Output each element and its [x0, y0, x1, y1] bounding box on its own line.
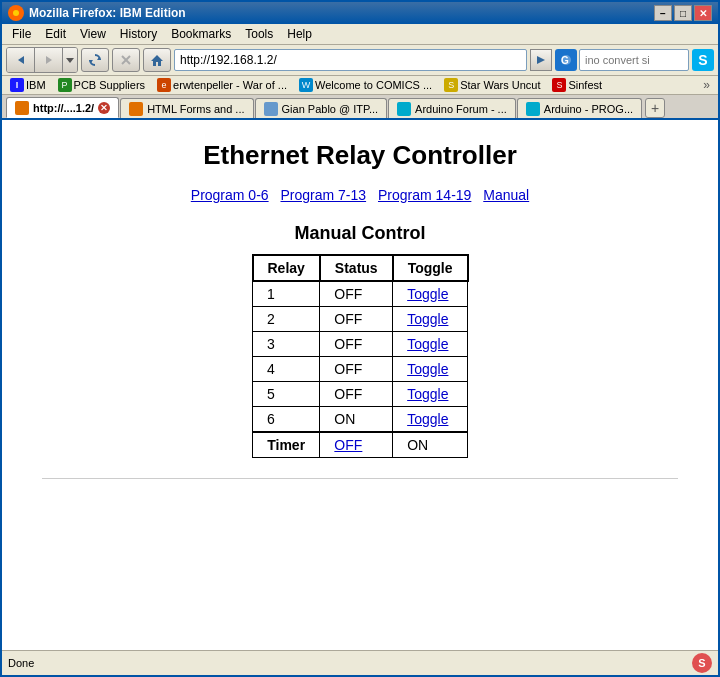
nav-program-7-13[interactable]: Program 7-13 [281, 187, 367, 203]
tab-html-forms-favicon [129, 102, 143, 116]
svg-point-1 [13, 10, 19, 16]
bookmark-starwars-label: Star Wars Uncut [460, 79, 540, 91]
relay-1-toggle-link[interactable]: Toggle [407, 286, 448, 302]
svg-marker-3 [46, 56, 52, 64]
bookmark-pcb-label: PCB Suppliers [74, 79, 146, 91]
svg-marker-2 [18, 56, 24, 64]
menu-view[interactable]: View [74, 25, 112, 43]
svg-text:G: G [561, 55, 569, 66]
relay-table: Relay Status Toggle 1 OFF Toggle 2 OFF T… [252, 254, 469, 458]
nav-links: Program 0-6 Program 7-13 Program 14-19 M… [42, 187, 678, 203]
relay-1-toggle-cell: Toggle [393, 281, 468, 307]
menu-bar: File Edit View History Bookmarks Tools H… [2, 24, 718, 45]
page-content: Ethernet Relay Controller Program 0-6 Pr… [2, 120, 718, 650]
tab-html-forms-label: HTML Forms and ... [147, 103, 244, 115]
relay-4-toggle-link[interactable]: Toggle [407, 361, 448, 377]
svg-marker-4 [66, 58, 74, 63]
bookmark-pcb[interactable]: P PCB Suppliers [54, 77, 150, 93]
relay-5-toggle-link[interactable]: Toggle [407, 386, 448, 402]
status-icon: S [692, 653, 712, 673]
bookmark-comics[interactable]: W Welcome to COMICS ... [295, 77, 436, 93]
tab-gian-pablo[interactable]: Gian Pablo @ ITP... [255, 98, 388, 118]
bookmarks-overflow-button[interactable]: » [699, 77, 714, 93]
bookmark-erwtenpeller-label: erwtenpeller - War of ... [173, 79, 287, 91]
page-title: Ethernet Relay Controller [42, 140, 678, 171]
title-bar: Mozilla Firefox: IBM Edition − □ ✕ [2, 2, 718, 24]
tab-arduino-prog[interactable]: Arduino - PROG... [517, 98, 642, 118]
relay-2-toggle-cell: Toggle [393, 307, 468, 332]
relay-4-toggle-cell: Toggle [393, 357, 468, 382]
tab-arduino-prog-favicon [526, 102, 540, 116]
relay-5-status: OFF [320, 382, 393, 407]
search-input[interactable] [579, 49, 689, 71]
go-button[interactable] [530, 49, 552, 71]
relay-6-number: 6 [253, 407, 320, 433]
svg-marker-10 [537, 56, 545, 64]
tab-current-close[interactable]: ✕ [98, 102, 110, 114]
tab-html-forms[interactable]: HTML Forms and ... [120, 98, 253, 118]
page-divider [42, 478, 678, 479]
menu-help[interactable]: Help [281, 25, 318, 43]
bookmark-pcb-icon: P [58, 78, 72, 92]
relay-4-status: OFF [320, 357, 393, 382]
menu-file[interactable]: File [6, 25, 37, 43]
relay-2-toggle-link[interactable]: Toggle [407, 311, 448, 327]
tab-arduino-forum[interactable]: Arduino Forum - ... [388, 98, 516, 118]
bookmark-starwars[interactable]: S Star Wars Uncut [440, 77, 544, 93]
nav-program-14-19[interactable]: Program 14-19 [378, 187, 471, 203]
menu-bookmarks[interactable]: Bookmarks [165, 25, 237, 43]
skype-icon[interactable]: S [692, 49, 714, 71]
title-bar-left: Mozilla Firefox: IBM Edition [8, 5, 186, 21]
col-status: Status [320, 255, 393, 281]
bookmark-starwars-icon: S [444, 78, 458, 92]
back-button[interactable] [7, 48, 35, 72]
menu-tools[interactable]: Tools [239, 25, 279, 43]
nav-manual[interactable]: Manual [483, 187, 529, 203]
url-input[interactable] [174, 49, 527, 71]
navigation-toolbar: G S [2, 45, 718, 76]
relay-6-toggle-link[interactable]: Toggle [407, 411, 448, 427]
table-row: 6 ON Toggle [253, 407, 468, 433]
relay-1-status: OFF [320, 281, 393, 307]
reload-button[interactable] [81, 48, 109, 72]
maximize-button[interactable]: □ [674, 5, 692, 21]
timer-row: Timer OFF ON [253, 432, 468, 458]
bookmark-erwtenpeller-icon: e [157, 78, 171, 92]
bookmark-ibm[interactable]: I IBM [6, 77, 50, 93]
table-row: 3 OFF Toggle [253, 332, 468, 357]
url-bar [174, 49, 552, 71]
table-row: 4 OFF Toggle [253, 357, 468, 382]
relay-3-toggle-cell: Toggle [393, 332, 468, 357]
bookmark-erwtenpeller[interactable]: e erwtenpeller - War of ... [153, 77, 291, 93]
bookmark-sinfest[interactable]: S Sinfest [548, 77, 606, 93]
bookmark-sinfest-label: Sinfest [568, 79, 602, 91]
tab-gian-pablo-favicon [264, 102, 278, 116]
tab-gian-pablo-label: Gian Pablo @ ITP... [282, 103, 379, 115]
stop-button[interactable] [112, 48, 140, 72]
browser-window: Mozilla Firefox: IBM Edition − □ ✕ File … [0, 0, 720, 677]
nav-program-0-6[interactable]: Program 0-6 [191, 187, 269, 203]
new-tab-button[interactable]: + [645, 98, 665, 118]
menu-history[interactable]: History [114, 25, 163, 43]
tabs-bar: http://....1.2/ ✕ HTML Forms and ... Gia… [2, 95, 718, 120]
tab-arduino-forum-favicon [397, 102, 411, 116]
bookmarks-bar: I IBM P PCB Suppliers e erwtenpeller - W… [2, 76, 718, 95]
forward-button[interactable] [35, 48, 63, 72]
menu-edit[interactable]: Edit [39, 25, 72, 43]
relay-5-number: 5 [253, 382, 320, 407]
relay-6-status: ON [320, 407, 393, 433]
tab-current[interactable]: http://....1.2/ ✕ [6, 97, 119, 118]
col-toggle: Toggle [393, 255, 468, 281]
window-title: Mozilla Firefox: IBM Edition [29, 6, 186, 20]
timer-off-link[interactable]: OFF [334, 437, 362, 453]
relay-3-status: OFF [320, 332, 393, 357]
relay-3-toggle-link[interactable]: Toggle [407, 336, 448, 352]
close-button[interactable]: ✕ [694, 5, 712, 21]
dropdown-arrow[interactable] [63, 48, 77, 72]
table-row: 1 OFF Toggle [253, 281, 468, 307]
home-button[interactable] [143, 48, 171, 72]
tab-current-favicon [15, 101, 29, 115]
bookmark-sinfest-icon: S [552, 78, 566, 92]
minimize-button[interactable]: − [654, 5, 672, 21]
timer-status-cell: OFF [320, 432, 393, 458]
